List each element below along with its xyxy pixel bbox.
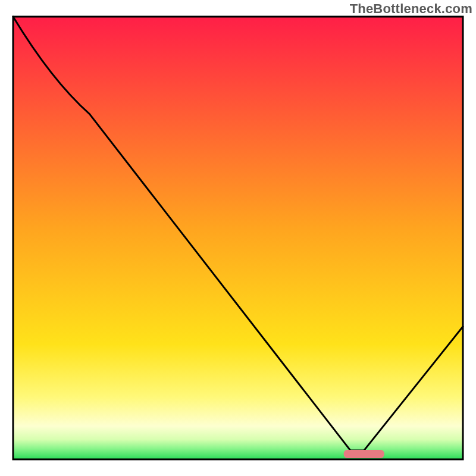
chart-background: [13, 17, 463, 459]
brand-label: TheBottleneck.com: [350, 1, 472, 17]
optimal-zone-marker: [344, 450, 384, 458]
bottleneck-chart: [0, 0, 476, 476]
chart-stage: TheBottleneck.com: [0, 0, 476, 476]
